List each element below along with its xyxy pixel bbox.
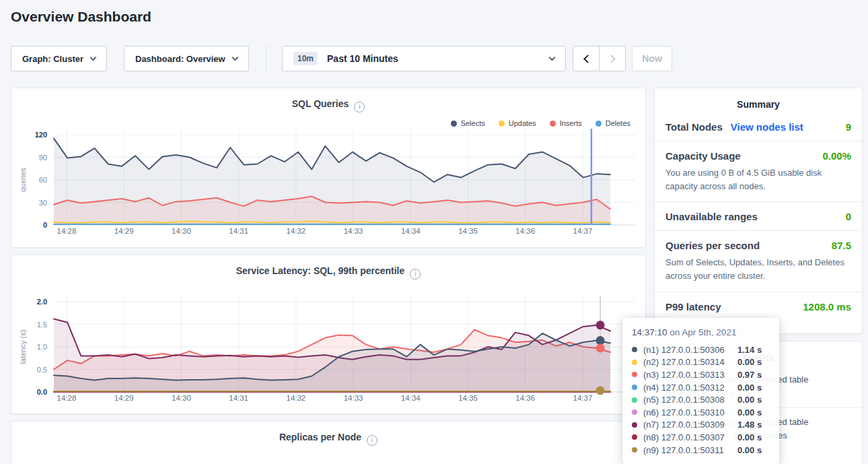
svg-text:30: 30 bbox=[39, 199, 47, 207]
chevron-left-icon bbox=[583, 55, 592, 63]
tooltip-node-value: 0.00 s bbox=[737, 395, 762, 405]
time-range-dropdown[interactable]: 10m Past 10 Minutes bbox=[282, 46, 566, 71]
svg-text:14:29: 14:29 bbox=[114, 394, 134, 402]
tooltip-node-label: (n2) 127.0.0.1:50314 bbox=[643, 357, 737, 367]
svg-text:14:37: 14:37 bbox=[573, 227, 593, 235]
prev-range-button[interactable] bbox=[573, 46, 600, 71]
node-color-dot-icon bbox=[632, 372, 637, 377]
svg-text:0: 0 bbox=[43, 221, 47, 229]
svg-text:14:35: 14:35 bbox=[458, 227, 478, 235]
summary-row: Capacity Usage0.00%You are using 0 B of … bbox=[655, 141, 862, 202]
tooltip-row: (n1) 127.0.0.1:503061.14 s bbox=[632, 343, 770, 356]
chevron-right-icon bbox=[607, 55, 616, 63]
svg-text:14:33: 14:33 bbox=[344, 227, 363, 235]
svg-text:14:34: 14:34 bbox=[401, 394, 421, 402]
tooltip-node-label: (n5) 127.0.0.1:50308 bbox=[643, 395, 737, 405]
summary-title: Summary bbox=[655, 88, 862, 112]
tooltip-node-label: (n1) 127.0.0.1:50306 bbox=[643, 345, 737, 355]
svg-text:14:30: 14:30 bbox=[172, 227, 191, 235]
svg-text:14:33: 14:33 bbox=[344, 394, 363, 402]
svg-text:2.0: 2.0 bbox=[37, 298, 47, 306]
node-color-dot-icon bbox=[632, 409, 637, 415]
summary-label: P99 latency bbox=[665, 301, 721, 312]
sql-chart-title: SQL Queriesi bbox=[11, 88, 645, 112]
chevron-down-icon bbox=[549, 54, 556, 61]
tooltip-node-value: 0.00 s bbox=[737, 445, 762, 455]
summary-subtext: Sum of Selects, Updates, Inserts, and De… bbox=[665, 256, 851, 283]
svg-text:14:34: 14:34 bbox=[401, 227, 421, 235]
tooltip-node-label: (n8) 127.0.0.1:50307 bbox=[643, 432, 737, 442]
summary-value: 9 bbox=[846, 121, 851, 133]
svg-text:14:32: 14:32 bbox=[286, 227, 305, 235]
replicas-chart-title: Replicas per Nodei bbox=[11, 422, 645, 446]
svg-text:14:36: 14:36 bbox=[515, 227, 535, 235]
summary-row: Queries per second87.5Sum of Selects, Up… bbox=[655, 231, 862, 292]
view-nodes-link[interactable]: View nodes list bbox=[731, 121, 803, 133]
summary-row: Unavailable ranges0 bbox=[655, 202, 862, 231]
tooltip-node-value: 0.00 s bbox=[737, 432, 762, 442]
tooltip-node-value: 1.14 s bbox=[737, 345, 762, 355]
time-range-label: Past 10 Minutes bbox=[327, 53, 398, 64]
summary-label: Capacity Usage bbox=[665, 150, 741, 162]
summary-value: 87.5 bbox=[832, 240, 851, 251]
sql-chart-svg[interactable]: 14:2814:2914:3014:3114:3214:3314:3414:35… bbox=[12, 126, 646, 244]
svg-text:1.0: 1.0 bbox=[37, 343, 47, 351]
graph-dropdown[interactable]: Graph: Cluster bbox=[11, 46, 107, 71]
svg-text:14:28: 14:28 bbox=[57, 227, 77, 235]
svg-text:1.5: 1.5 bbox=[37, 321, 47, 329]
summary-value: 0.00% bbox=[822, 150, 851, 162]
info-icon[interactable]: i bbox=[367, 435, 377, 446]
tooltip-node-value: 1.48 s bbox=[737, 420, 762, 430]
summary-subtext: You are using 0 B of 4.5 GiB usable disk… bbox=[665, 166, 851, 193]
svg-text:latency (s): latency (s) bbox=[19, 330, 27, 364]
controls-divider bbox=[266, 46, 266, 71]
node-color-dot-icon bbox=[632, 360, 637, 365]
now-button[interactable]: Now bbox=[632, 46, 672, 71]
dashboard-dropdown[interactable]: Dashboard: Overview bbox=[124, 46, 249, 71]
node-color-dot-icon bbox=[632, 385, 637, 390]
latency-chart-svg[interactable]: 14:2814:2914:3014:3114:3214:3314:3414:35… bbox=[12, 293, 646, 411]
summary-row: Total NodesView nodes list9 bbox=[655, 112, 862, 141]
overview-dashboard-page: Overview Dashboard Graph: Cluster Dashbo… bbox=[0, 0, 868, 464]
svg-text:14:35: 14:35 bbox=[458, 394, 478, 402]
summary-label: Queries per second bbox=[665, 240, 760, 251]
dashboard-dropdown-label: Dashboard: Overview bbox=[135, 54, 225, 64]
chart-tooltip: 14:37:10 on Apr 5th, 2021 (n1) 127.0.0.1… bbox=[622, 318, 779, 464]
node-color-dot-icon bbox=[632, 422, 637, 428]
svg-text:14:36: 14:36 bbox=[515, 394, 535, 402]
tooltip-row: (n4) 127.0.0.1:503120.00 s bbox=[632, 381, 770, 394]
tooltip-node-label: (n6) 127.0.0.1:50310 bbox=[643, 407, 737, 418]
svg-text:14:30: 14:30 bbox=[172, 394, 191, 402]
svg-text:14:28: 14:28 bbox=[57, 394, 77, 402]
chevron-down-icon bbox=[232, 54, 239, 61]
info-icon[interactable]: i bbox=[410, 269, 421, 279]
svg-text:14:37: 14:37 bbox=[573, 394, 593, 402]
svg-text:queries: queries bbox=[19, 167, 27, 192]
svg-text:90: 90 bbox=[39, 154, 47, 162]
time-range-badge: 10m bbox=[293, 52, 318, 65]
next-range-button[interactable] bbox=[599, 46, 626, 71]
tooltip-timestamp: 14:37:10 on Apr 5th, 2021 bbox=[632, 327, 770, 337]
tooltip-row: (n5) 127.0.0.1:503080.00 s bbox=[632, 393, 770, 406]
summary-panel: Summary Total NodesView nodes list9Capac… bbox=[654, 88, 863, 334]
time-nav-group bbox=[573, 46, 626, 71]
svg-text:120: 120 bbox=[35, 131, 47, 139]
node-color-dot-icon bbox=[632, 347, 637, 352]
tooltip-node-value: 0.00 s bbox=[737, 407, 762, 418]
tooltip-row: (n3) 127.0.0.1:503130.97 s bbox=[632, 368, 770, 381]
tooltip-rows: (n1) 127.0.0.1:503061.14 s(n2) 127.0.0.1… bbox=[632, 343, 770, 456]
node-color-dot-icon bbox=[632, 447, 637, 453]
info-icon[interactable]: i bbox=[354, 102, 365, 112]
tooltip-node-value: 0.97 s bbox=[737, 370, 762, 380]
svg-text:14:31: 14:31 bbox=[229, 394, 248, 402]
svg-text:14:32: 14:32 bbox=[286, 394, 305, 402]
summary-value: 1208.0 ms bbox=[803, 301, 851, 312]
latency-panel: Service Latency: SQL, 99th percentilei 1… bbox=[11, 255, 646, 414]
tooltip-row: (n7) 127.0.0.1:503091.48 s bbox=[632, 419, 770, 432]
page-title: Overview Dashboard bbox=[11, 9, 151, 25]
summary-value: 0 bbox=[846, 211, 851, 222]
chevron-down-icon bbox=[90, 54, 97, 61]
tooltip-row: (n6) 127.0.0.1:503100.00 s bbox=[632, 406, 770, 419]
node-color-dot-icon bbox=[632, 434, 637, 440]
summary-label: Total Nodes bbox=[665, 121, 723, 133]
